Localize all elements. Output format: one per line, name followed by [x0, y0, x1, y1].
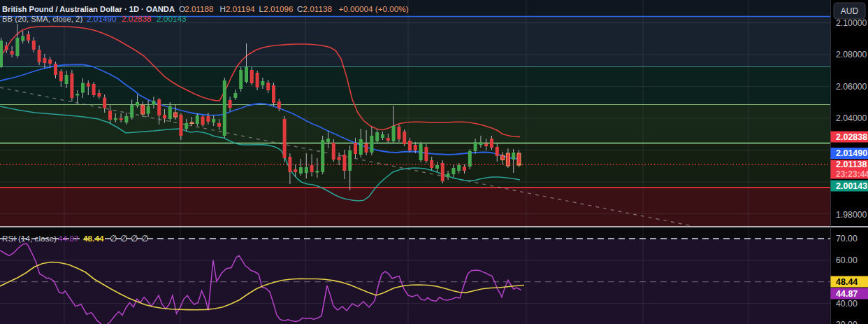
svg-text:BB (20, SMA, close, 2): BB (20, SMA, close, 2) [2, 15, 82, 23]
svg-text:AUD: AUD [841, 6, 859, 16]
svg-text:70.00: 70.00 [836, 234, 858, 244]
svg-text:2.04000: 2.04000 [836, 113, 867, 123]
svg-text:60.00: 60.00 [836, 255, 858, 265]
svg-text:2.01188: 2.01188 [185, 4, 213, 13]
svg-text:44.87: 44.87 [58, 234, 79, 244]
svg-text:C: C [297, 4, 303, 13]
svg-text:1.98000: 1.98000 [836, 210, 867, 220]
svg-text:2.00143: 2.00143 [157, 14, 187, 24]
svg-text:2.10000: 2.10000 [836, 18, 867, 28]
svg-text:2.00143: 2.00143 [836, 181, 867, 191]
svg-text:H: H [220, 4, 226, 13]
svg-text:∅: ∅ [120, 234, 127, 244]
svg-text:2.08000: 2.08000 [836, 50, 867, 59]
svg-text:2.01096: 2.01096 [263, 4, 293, 13]
svg-text:2.06000: 2.06000 [836, 82, 867, 92]
svg-text:2.01194: 2.01194 [226, 4, 255, 13]
svg-text:2.01490: 2.01490 [87, 14, 117, 24]
svg-text:48.44: 48.44 [836, 277, 858, 287]
svg-text:44.87: 44.87 [836, 289, 858, 299]
svg-text:48.44: 48.44 [83, 234, 104, 244]
svg-text:British Pound / Australian Dol: British Pound / Australian Dollar · 1D ·… [2, 5, 175, 13]
svg-text:2.01138: 2.01138 [836, 160, 867, 169]
svg-text:2.02838: 2.02838 [122, 14, 152, 24]
svg-text:∅: ∅ [141, 234, 148, 244]
svg-text:2.01138: 2.01138 [303, 4, 332, 13]
svg-text:∅: ∅ [110, 234, 117, 244]
svg-text:∅: ∅ [131, 234, 138, 244]
svg-text:RSI (14, close): RSI (14, close) [2, 234, 57, 244]
svg-text:2.01490: 2.01490 [836, 148, 867, 158]
svg-text:+0.00004 (+0.00%): +0.00004 (+0.00%) [339, 4, 409, 13]
svg-text:30.00: 30.00 [836, 320, 858, 324]
svg-text:23:23:44: 23:23:44 [836, 169, 868, 179]
svg-text:2.02838: 2.02838 [836, 132, 867, 142]
svg-text:40.00: 40.00 [836, 299, 858, 309]
